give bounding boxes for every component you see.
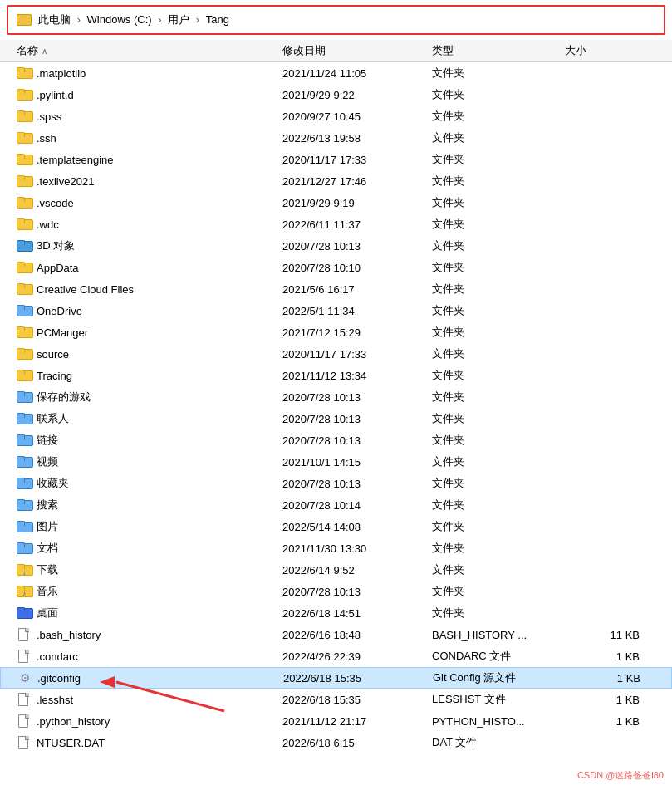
file-name-cell: OneDrive (17, 304, 282, 317)
file-type: 文件夹 (432, 152, 565, 167)
address-bar-folder-icon (17, 14, 32, 26)
file-name: .ssh (37, 132, 56, 145)
file-name: NTUSER.DAT (37, 737, 105, 749)
file-date: 2021/7/12 15:29 (282, 326, 432, 339)
table-row[interactable]: PCManger2021/7/12 15:29文件夹 (0, 321, 672, 343)
table-row[interactable]: Creative Cloud Files2021/5/6 16:17文件夹 (0, 278, 672, 300)
file-date: 2020/7/28 10:13 (282, 434, 432, 447)
file-name: Tracing (37, 370, 72, 382)
table-row[interactable]: source2020/11/17 17:33文件夹 (0, 343, 672, 365)
table-row[interactable]: .texlive20212021/12/27 17:46文件夹 (0, 170, 672, 192)
file-type: 文件夹 (432, 519, 565, 534)
table-row[interactable]: .templateengine2020/11/17 17:33文件夹 (0, 149, 672, 170)
table-row[interactable]: .spss2020/9/27 10:45文件夹 (0, 105, 672, 127)
file-name: .vscode (37, 197, 74, 209)
table-row[interactable]: .pylint.d2021/9/29 9:22文件夹 (0, 84, 672, 105)
file-date: 2020/11/17 17:33 (282, 154, 432, 166)
table-row[interactable]: .wdc2022/6/11 11:37文件夹 (0, 213, 672, 235)
table-row[interactable]: ♪音乐2020/7/28 10:13文件夹 (0, 581, 672, 602)
table-row[interactable]: .ssh2022/6/13 19:58文件夹 (0, 127, 672, 149)
file-name-cell: ♪音乐 (17, 584, 282, 599)
file-type: 文件夹 (432, 606, 565, 621)
file-date: 2021/5/6 16:17 (282, 283, 432, 296)
table-row[interactable]: 桌面2022/6/18 14:51文件夹 (0, 602, 672, 624)
table-row[interactable]: .condarc2022/4/26 22:39CONDARC 文件1 KB (0, 645, 672, 667)
file-name-cell: .templateengine (17, 153, 282, 166)
file-name-cell: Creative Cloud Files (17, 282, 282, 296)
file-name-cell: Tracing (17, 369, 282, 382)
file-name-cell: 文档 (17, 541, 282, 556)
file-name-cell: ⚙.gitconfig (17, 671, 283, 685)
file-date: 2022/5/1 11:34 (282, 305, 432, 317)
file-type: 文件夹 (432, 346, 565, 361)
file-date: 2021/11/24 11:05 (282, 67, 432, 80)
table-row[interactable]: 搜索2020/7/28 10:14文件夹 (0, 494, 672, 516)
file-name: .pylint.d (37, 89, 74, 101)
file-type: 文件夹 (432, 174, 565, 189)
folder-special-icon (17, 477, 32, 490)
col-header-name[interactable]: 名称 ∧ (17, 43, 282, 58)
file-type: 文件夹 (432, 454, 565, 469)
table-row[interactable]: 图片2022/5/14 14:08文件夹 (0, 516, 672, 537)
file-type: 文件夹 (432, 260, 565, 275)
table-row[interactable]: NTUSER.DAT2022/6/18 6:15DAT 文件 (0, 732, 672, 753)
table-row[interactable]: OneDrive2022/5/1 11:34文件夹 (0, 300, 672, 321)
sort-arrow: ∧ (42, 47, 47, 56)
file-name-cell: PCManger (17, 326, 282, 339)
table-row[interactable]: 联系人2020/7/28 10:13文件夹 (0, 408, 672, 429)
folder-special-icon (17, 498, 32, 512)
file-name: OneDrive (37, 305, 82, 317)
table-row[interactable]: AppData2020/7/28 10:10文件夹 (0, 257, 672, 278)
file-date: 2022/6/14 9:52 (282, 564, 432, 577)
table-row[interactable]: 3D 对象2020/7/28 10:13文件夹 (0, 235, 672, 257)
file-date: 2020/7/28 10:13 (282, 478, 432, 490)
file-date: 2022/6/11 11:37 (282, 218, 432, 231)
table-row[interactable]: 链接2020/7/28 10:13文件夹 (0, 429, 672, 451)
file-type: 文件夹 (432, 282, 565, 297)
file-icon (17, 628, 32, 641)
table-row[interactable]: 视频2021/10/1 14:15文件夹 (0, 451, 672, 473)
folder-special-icon (17, 434, 32, 447)
file-type: 文件夹 (432, 476, 565, 491)
file-name: 保存的游戏 (37, 390, 91, 405)
file-name-cell: ↓下载 (17, 562, 282, 577)
file-list: .matplotlib2021/11/24 11:05文件夹.pylint.d2… (0, 62, 672, 753)
file-type: 文件夹 (432, 66, 565, 81)
file-name: .matplotlib (37, 67, 86, 80)
table-row[interactable]: .lesshst2022/6/18 15:35LESSHST 文件1 KB (0, 689, 672, 710)
file-type: 文件夹 (432, 498, 565, 513)
file-type: 文件夹 (432, 195, 565, 210)
folder-blue-icon (17, 239, 32, 253)
folder-icon (17, 218, 32, 231)
col-header-date[interactable]: 修改日期 (282, 43, 432, 58)
folder-downloads-icon: ↓ (17, 563, 32, 577)
file-type: 文件夹 (432, 433, 565, 448)
file-name-cell: NTUSER.DAT (17, 736, 282, 749)
table-row[interactable]: .bash_history2022/6/16 18:48BASH_HISTORY… (0, 624, 672, 645)
file-name-cell: 3D 对象 (17, 238, 282, 253)
file-name: .wdc (37, 218, 59, 231)
file-name: 链接 (37, 433, 58, 448)
address-bar[interactable]: 此电脑 › Windows (C:) › 用户 › Tang (7, 5, 665, 35)
table-row[interactable]: .vscode2021/9/29 9:19文件夹 (0, 192, 672, 213)
file-date: 2020/7/28 10:13 (282, 586, 432, 598)
table-row[interactable]: Tracing2021/11/12 13:34文件夹 (0, 365, 672, 386)
col-header-type[interactable]: 类型 (432, 43, 565, 58)
file-date: 2022/4/26 22:39 (282, 650, 432, 663)
file-name: .texlive2021 (37, 175, 94, 188)
col-header-size[interactable]: 大小 (565, 43, 648, 58)
file-type: 文件夹 (432, 109, 565, 124)
table-row[interactable]: .python_history2021/11/12 21:17PYTHON_HI… (0, 710, 672, 732)
table-row[interactable]: ↓下载2022/6/14 9:52文件夹 (0, 559, 672, 581)
file-date: 2022/6/16 18:48 (282, 629, 432, 641)
table-row[interactable]: 保存的游戏2020/7/28 10:13文件夹 (0, 386, 672, 408)
folder-special-icon (17, 520, 32, 533)
folder-icon (17, 66, 32, 80)
table-row[interactable]: .matplotlib2021/11/24 11:05文件夹 (0, 62, 672, 84)
file-date: 2021/11/12 13:34 (282, 370, 432, 382)
file-icon (17, 714, 32, 728)
table-row[interactable]: ⚙.gitconfig2022/6/18 15:35Git Config 源文件… (0, 667, 672, 689)
table-row[interactable]: 收藏夹2020/7/28 10:13文件夹 (0, 473, 672, 494)
file-type: 文件夹 (432, 87, 565, 102)
table-row[interactable]: 文档2021/11/30 13:30文件夹 (0, 537, 672, 559)
